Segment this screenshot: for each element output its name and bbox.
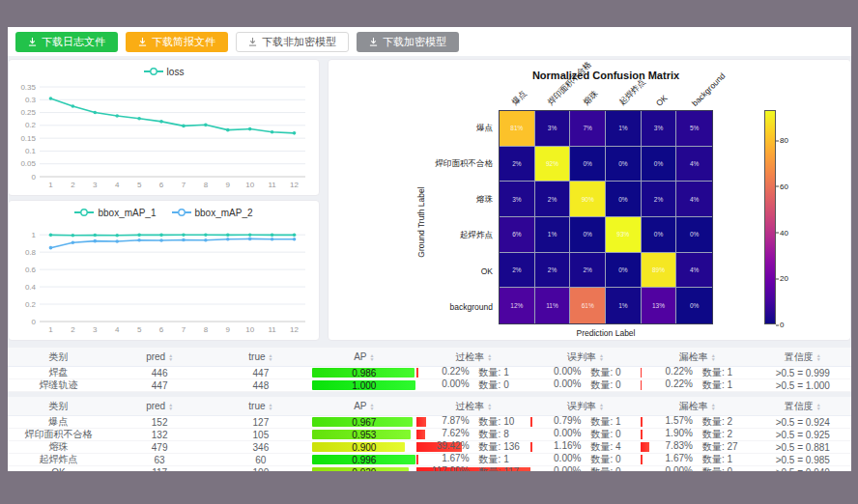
ap-cell: 0.929: [311, 466, 416, 471]
matrix-cell: 0%: [642, 217, 677, 253]
matrix-cell: 2%: [500, 253, 535, 289]
category-cell: 爆点: [8, 416, 109, 428]
sort-icon[interactable]: ▲▼: [487, 403, 492, 410]
sort-icon[interactable]: ▲▼: [269, 353, 273, 361]
sort-icon[interactable]: ▲▼: [711, 403, 716, 410]
svg-text:8: 8: [204, 325, 209, 334]
ap-cell: 0.996: [311, 454, 416, 465]
sort-icon[interactable]: ▲▼: [816, 353, 821, 361]
pred-count-cell: 446: [109, 367, 211, 378]
miss-detect-cell: 1.67%数量: 1: [641, 454, 755, 465]
matrix-row-label: background: [329, 302, 493, 312]
matrix-cell: 11%: [535, 288, 571, 323]
confidence-cell: >0.5 = 0.925: [755, 429, 851, 440]
matrix-cell: 4%: [676, 253, 712, 289]
matrix-row-label: OK: [329, 266, 493, 276]
svg-text:0.35: 0.35: [20, 83, 36, 92]
download-log-button[interactable]: 下载日志文件: [15, 32, 118, 52]
column-header[interactable]: AP▲▼: [311, 348, 416, 366]
matrix-cell: 2%: [642, 182, 677, 217]
table-row: 焊缝轨迹4474481.0000.00%数量: 00.00%数量: 00.22%…: [8, 379, 851, 392]
dashboard-page: 下载日志文件 下载简报文件 下载非加密模型 下载加密模型 loss: [8, 27, 851, 471]
column-header[interactable]: 误判率▲▼: [530, 348, 640, 366]
sort-icon[interactable]: ▲▼: [168, 353, 173, 361]
matrix-cell: 61%: [570, 288, 606, 323]
legend-item-bbox-map-2[interactable]: bbox_mAP_2: [172, 208, 253, 218]
sort-icon[interactable]: ▲▼: [370, 353, 375, 361]
column-header[interactable]: 过检率▲▼: [416, 348, 530, 366]
miss-detect-cell: 7.83%数量: 27: [641, 441, 755, 453]
confidence-cell: >0.5 = 0.985: [755, 454, 851, 465]
sort-icon[interactable]: ▲▼: [711, 353, 716, 361]
sort-icon[interactable]: ▲▼: [599, 353, 604, 361]
confusion-matrix-card: Normalized Confusion Matrix 爆点焊印面积不合格熔珠起…: [328, 59, 851, 341]
svg-text:8: 8: [204, 181, 209, 189]
column-header[interactable]: 漏检率▲▼: [641, 397, 755, 415]
column-header[interactable]: pred▲▼: [109, 397, 211, 415]
matrix-row-label: 爆点: [329, 123, 493, 134]
download-icon: [248, 38, 257, 46]
table-row: 熔珠4793460.90039.42%数量: 1361.16%数量: 47.83…: [8, 441, 851, 454]
svg-text:4: 4: [115, 181, 120, 189]
line-marker-icon: [144, 67, 163, 76]
column-header[interactable]: 漏检率▲▼: [641, 348, 755, 366]
matrix-cell: 6%: [500, 217, 535, 253]
column-header[interactable]: 误判率▲▼: [530, 397, 640, 415]
svg-text:12: 12: [290, 181, 299, 189]
sort-icon[interactable]: ▲▼: [269, 403, 273, 410]
legend-item-loss[interactable]: loss: [144, 67, 185, 77]
matrix-cell: 0%: [606, 147, 642, 182]
svg-text:3: 3: [93, 325, 98, 334]
category-cell: 焊印面积不合格: [8, 429, 109, 440]
over-detect-cell: 0.22%数量: 1: [416, 367, 530, 378]
legend-item-bbox-map-1[interactable]: bbox_mAP_1: [74, 208, 156, 218]
confidence-cell: >0.5 = 0.940: [755, 466, 851, 471]
true-count-cell: 448: [211, 379, 312, 391]
sort-icon[interactable]: ▲▼: [599, 403, 604, 410]
sort-icon[interactable]: ▲▼: [816, 403, 821, 410]
download-icon: [28, 38, 37, 46]
sort-icon[interactable]: ▲▼: [168, 403, 173, 410]
pred-count-cell: 152: [109, 416, 211, 428]
ap-cell: 0.900: [311, 441, 416, 453]
misjudge-cell: 0.00%数量: 0: [530, 454, 640, 465]
matrix-cell: 4%: [676, 182, 712, 217]
matrix-cell: 0%: [606, 182, 642, 217]
column-header[interactable]: true▲▼: [211, 348, 312, 366]
column-header[interactable]: AP▲▼: [311, 397, 416, 415]
map-chart-card: bbox_mAP_1 bbox_mAP_2 00.20.40.60.811234…: [8, 200, 320, 341]
svg-text:11: 11: [268, 325, 276, 334]
download-report-button[interactable]: 下载简报文件: [126, 32, 228, 52]
matrix-cell: 0%: [676, 288, 712, 323]
sort-icon[interactable]: ▲▼: [487, 353, 492, 361]
matrix-cell: 12%: [500, 288, 535, 323]
table-row: 焊盘4464470.9860.22%数量: 10.00%数量: 00.22%数量…: [8, 367, 851, 379]
matrix-cell: 1%: [535, 217, 571, 253]
column-header[interactable]: pred▲▼: [109, 348, 211, 366]
download-plain-model-button[interactable]: 下载非加密模型: [236, 32, 349, 52]
miss-detect-cell: 1.57%数量: 2: [641, 416, 755, 428]
svg-text:1: 1: [48, 181, 53, 189]
confidence-cell: >0.5 = 0.924: [755, 416, 851, 428]
confusion-matrix-grid: 81%3%7%1%3%5%2%92%0%0%0%4%3%2%90%0%2%4%6…: [499, 110, 713, 324]
column-header[interactable]: 过检率▲▼: [416, 397, 530, 415]
loss-line-chart: 00.050.10.150.20.250.30.3512345678910111…: [11, 81, 315, 191]
svg-text:10: 10: [245, 325, 254, 334]
pred-count-cell: 117: [109, 466, 211, 471]
download-encrypted-model-button[interactable]: 下载加密模型: [357, 32, 459, 52]
ap-cell: 1.000: [311, 379, 416, 391]
matrix-cell: 3%: [642, 111, 677, 147]
misjudge-cell: 0.00%数量: 0: [530, 429, 640, 440]
matrix-cell: 5%: [676, 111, 712, 147]
category-cell: 焊缝轨迹: [8, 379, 109, 391]
sort-icon[interactable]: ▲▼: [370, 403, 375, 410]
column-header[interactable]: 置信度▲▼: [755, 348, 851, 366]
column-header[interactable]: 置信度▲▼: [755, 397, 851, 415]
column-header: 类别: [8, 397, 109, 415]
category-cell: 焊盘: [8, 367, 109, 378]
left-chart-column: loss 00.050.10.150.20.250.30.35123456789…: [8, 59, 320, 341]
colorbar-tick-label: 40: [780, 228, 788, 237]
matrix-column-label: 爆点: [510, 88, 530, 108]
column-header[interactable]: true▲▼: [211, 397, 312, 415]
category-cell: OK: [8, 466, 109, 471]
